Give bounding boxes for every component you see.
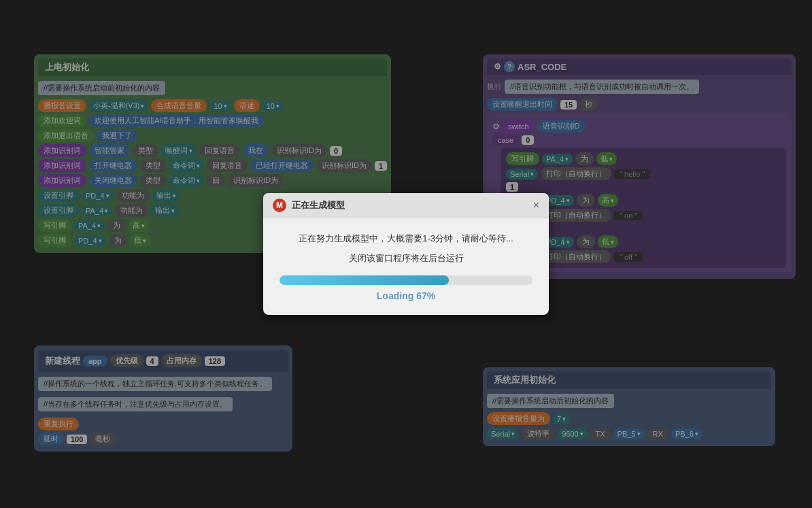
progress-bar-container (280, 275, 532, 285)
modal-body-line2: 关闭该窗口程序将在后台运行 (280, 252, 532, 266)
modal-logo-icon: M (273, 199, 286, 212)
modal-body-line1: 正在努力生成模型中，大概需要1-3分钟，请耐心等待... (280, 232, 532, 246)
progress-bar-fill (280, 275, 449, 285)
modal-body: 正在努力生成模型中，大概需要1-3分钟，请耐心等待... 关闭该窗口程序将在后台… (263, 218, 549, 315)
loading-modal: M 正在生成模型 × 正在努力生成模型中，大概需要1-3分钟，请耐心等待... … (263, 193, 549, 315)
modal-title: 正在生成模型 (292, 199, 345, 211)
progress-label: Loading 67% (280, 290, 532, 301)
modal-header: M 正在生成模型 × (263, 193, 549, 218)
modal-close-button[interactable]: × (533, 200, 539, 211)
modal-overlay: M 正在生成模型 × 正在努力生成模型中，大概需要1-3分钟，请耐心等待... … (0, 0, 812, 508)
modal-title-row: M 正在生成模型 (273, 199, 345, 212)
